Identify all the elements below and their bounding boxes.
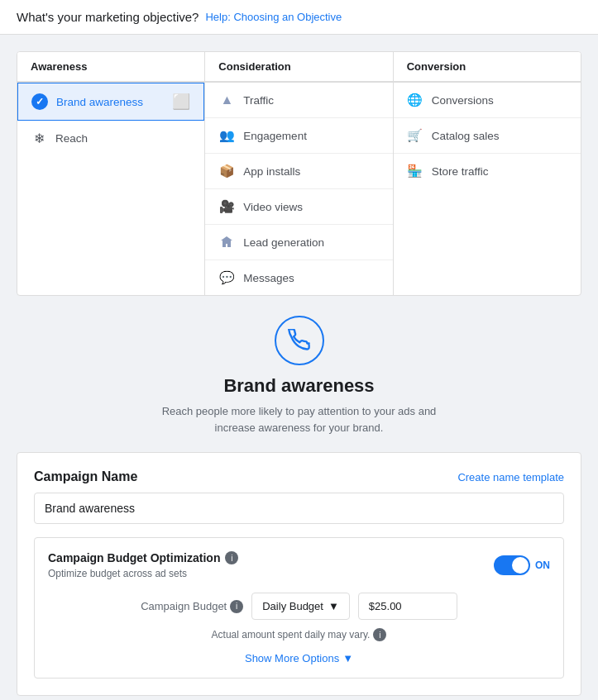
objective-lead-generation[interactable]: Lead generation [205, 225, 392, 260]
show-more-link[interactable]: Show More Options ▼ [245, 652, 353, 664]
page-header: What's your marketing objective? Help: C… [0, 0, 598, 35]
objective-header-row: Awareness Consideration Conversion [17, 52, 581, 83]
traffic-label: Traffic [243, 94, 274, 107]
lead-gen-label: Lead generation [243, 236, 324, 249]
budget-info-icon[interactable]: i [225, 551, 238, 564]
campaign-name-header: Campaign Name Create name template [34, 469, 564, 484]
objective-catalog-sales[interactable]: 🛒 Catalog sales [394, 118, 581, 154]
campaign-name-input[interactable] [34, 493, 564, 524]
budget-title-group: Campaign Budget Optimization i Optimize … [48, 551, 238, 579]
objective-reach[interactable]: ❄ Reach [17, 121, 204, 155]
show-more-options: Show More Options ▼ [48, 651, 550, 664]
show-more-arrow-icon: ▼ [342, 652, 353, 664]
col-conversion: Conversion [394, 52, 581, 82]
catalog-sales-label: Catalog sales [432, 130, 500, 142]
budget-note-info-icon[interactable]: i [373, 628, 386, 641]
campaign-name-label: Campaign Name [34, 469, 137, 484]
traffic-icon: ▲ [218, 92, 235, 108]
show-more-label: Show More Options [245, 652, 339, 664]
toggle-on-label: ON [535, 560, 550, 571]
col-awareness-header: Awareness [17, 52, 204, 82]
toggle-thumb [512, 557, 529, 574]
objective-video-views[interactable]: 🎥 Video views [205, 189, 392, 225]
messages-icon: 💬 [218, 269, 235, 286]
objective-store-traffic[interactable]: 🏪 Store traffic [394, 154, 581, 188]
objective-table: Awareness Consideration Conversion Brand… [17, 51, 581, 296]
video-views-icon: 🎥 [218, 198, 235, 215]
reach-label: Reach [55, 132, 88, 145]
objective-traffic[interactable]: ▲ Traffic [205, 83, 392, 118]
create-template-link[interactable]: Create name template [457, 471, 564, 483]
lead-gen-icon [218, 234, 235, 250]
budget-note: Actual amount spent daily may vary. i [48, 628, 550, 641]
objective-messages[interactable]: 💬 Messages [205, 260, 392, 295]
budget-subtitle: Optimize budget across ad sets [48, 568, 238, 579]
messages-label: Messages [243, 272, 294, 284]
budget-optimization-section: Campaign Budget Optimization i Optimize … [34, 537, 564, 679]
budget-title: Campaign Budget Optimization [48, 551, 220, 564]
objective-body: Brand awareness ⬜ ❄ Reach ▲ Traffic 👥 En… [17, 83, 581, 295]
check-icon [31, 93, 48, 110]
daily-budget-dropdown[interactable]: Daily Budget ▼ [251, 593, 350, 620]
objective-engagement[interactable]: 👥 Engagement [205, 118, 392, 154]
budget-title-row: Campaign Budget Optimization i [48, 551, 238, 564]
objective-brand-awareness[interactable]: Brand awareness ⬜ [17, 83, 204, 121]
reach-icon: ❄ [31, 130, 47, 146]
budget-inputs-row: Campaign Budget i Daily Budget ▼ [48, 593, 550, 620]
col-conversion-header: Conversion [394, 52, 581, 82]
campaign-form: Campaign Name Create name template Campa… [17, 452, 581, 696]
budget-header: Campaign Budget Optimization i Optimize … [48, 551, 550, 579]
consideration-col-body: ▲ Traffic 👥 Engagement 📦 App installs 🎥 … [205, 83, 393, 295]
app-installs-icon: 📦 [218, 163, 235, 179]
tablet-icon: ⬜ [172, 93, 190, 111]
selected-objective-description: Reach people more likely to pay attentio… [142, 403, 457, 436]
help-link[interactable]: Help: Choosing an Objective [205, 11, 342, 23]
budget-dropdown-value: Daily Budget [262, 600, 323, 612]
budget-toggle[interactable]: ON [494, 555, 550, 575]
store-traffic-icon: 🏪 [407, 163, 423, 179]
selected-objective-title: Brand awareness [223, 375, 374, 397]
store-traffic-label: Store traffic [432, 165, 489, 178]
conversion-col-body: 🌐 Conversions 🛒 Catalog sales 🏪 Store tr… [394, 83, 581, 295]
objective-detail-section: Brand awareness Reach people more likely… [17, 316, 581, 700]
budget-input-label: Campaign Budget i [141, 600, 243, 613]
budget-amount-input[interactable] [358, 593, 457, 620]
campaign-budget-info-icon[interactable]: i [230, 600, 243, 613]
main-content: Awareness Consideration Conversion Brand… [0, 35, 598, 700]
conversions-icon: 🌐 [407, 92, 423, 108]
conversions-label: Conversions [432, 94, 494, 107]
campaign-budget-label: Campaign Budget [141, 600, 227, 612]
objective-large-icon [275, 316, 324, 365]
budget-note-text: Actual amount spent daily may vary. [212, 629, 371, 640]
brand-awareness-label: Brand awareness [56, 96, 143, 108]
col-consideration: Consideration [205, 52, 393, 82]
col-awareness: Awareness [17, 52, 205, 82]
app-installs-label: App installs [243, 165, 300, 178]
awareness-col-body: Brand awareness ⬜ ❄ Reach [17, 83, 205, 295]
catalog-sales-icon: 🛒 [407, 127, 423, 144]
objective-conversions[interactable]: 🌐 Conversions [394, 83, 581, 118]
engagement-label: Engagement [243, 130, 307, 142]
video-views-label: Video views [243, 201, 303, 213]
dropdown-arrow-icon: ▼ [328, 600, 339, 612]
col-consideration-header: Consideration [205, 52, 392, 82]
engagement-icon: 👥 [218, 127, 235, 144]
objective-app-installs[interactable]: 📦 App installs [205, 154, 392, 189]
page-title: What's your marketing objective? [17, 10, 199, 24]
toggle-track[interactable] [494, 555, 530, 575]
